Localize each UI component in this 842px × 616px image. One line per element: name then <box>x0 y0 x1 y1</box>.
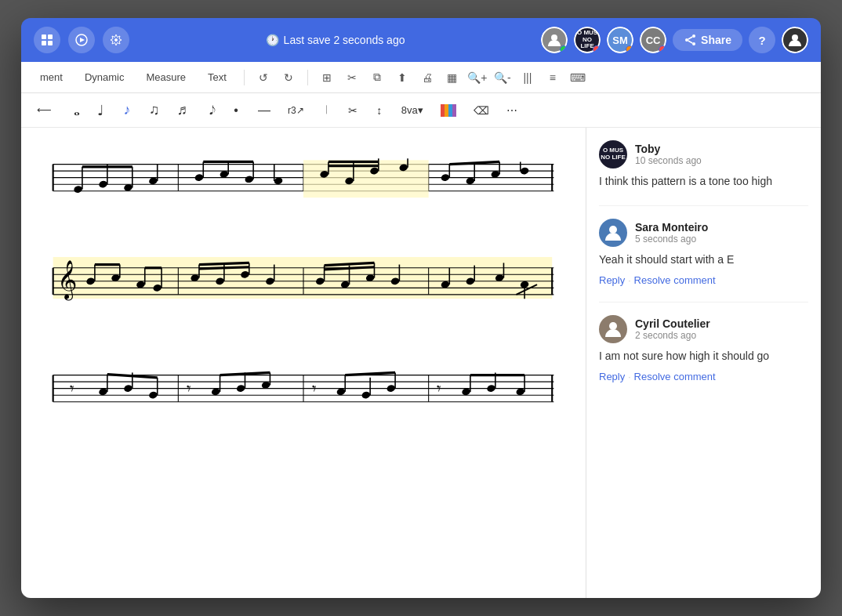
zoom-in-button[interactable]: 🔍+ <box>466 67 488 89</box>
svg-rect-14 <box>441 104 445 117</box>
comment-toby: O MUSNO LIFE Toby 10 seconds ago I think… <box>599 140 808 190</box>
divider-2 <box>599 302 808 303</box>
svg-rect-66 <box>53 257 553 299</box>
svg-rect-3 <box>48 41 53 45</box>
divider-1 <box>599 205 808 206</box>
logo-button[interactable] <box>34 27 60 53</box>
cyril-text: I am not sure how high it should go <box>599 348 808 364</box>
metronome-button[interactable]: ||| <box>517 67 539 89</box>
note-dash[interactable]: — <box>252 98 277 123</box>
tab-instrument[interactable]: ment <box>31 67 72 88</box>
keyboard-button[interactable]: ⌨ <box>567 67 589 89</box>
staff-row-1 <box>45 143 562 213</box>
clock-icon: 🕐 <box>266 34 279 46</box>
cyril-reply-button[interactable]: Reply <box>599 371 625 382</box>
note-duration-eighth[interactable]: ♪ <box>116 98 138 123</box>
tuplet-button[interactable]: r3↗ <box>281 98 310 123</box>
note-duration-quarter[interactable]: ♩ <box>89 98 111 123</box>
sara-meta: Sara Monteiro 5 seconds ago <box>635 221 708 245</box>
cyril-meta: Cyril Coutelier 2 seconds ago <box>635 317 710 341</box>
zoom-out-button[interactable]: 🔍- <box>492 67 514 89</box>
svg-point-138 <box>236 384 245 393</box>
cyril-name: Cyril Coutelier <box>635 317 710 330</box>
sara-time: 5 seconds ago <box>635 234 708 245</box>
sheet-area[interactable]: 𝄞 <box>21 128 586 598</box>
comments-panel: O MUSNO LIFE Toby 10 seconds ago I think… <box>586 128 821 598</box>
svg-line-97 <box>199 267 249 269</box>
staff-svg-2: 𝄞 <box>45 245 562 320</box>
settings-button[interactable] <box>103 27 129 53</box>
sara-comment-avatar <box>599 219 627 247</box>
mixer-button[interactable]: ≡ <box>542 67 564 89</box>
share-button[interactable]: Share <box>673 29 742 51</box>
svg-point-10 <box>692 42 695 45</box>
toby-text: I think this pattern is a tone too high <box>599 173 808 190</box>
note-dot[interactable]: • <box>225 98 247 123</box>
sara-badge <box>626 45 633 53</box>
svg-rect-0 <box>42 34 46 39</box>
cyril-resolve-button[interactable]: Resolve comment <box>634 371 716 382</box>
comment-sara-header: Sara Monteiro 5 seconds ago <box>599 219 808 247</box>
help-button[interactable]: ? <box>749 27 775 53</box>
save-status-text: Last save 2 seconds ago <box>284 34 405 46</box>
scissors-button[interactable]: ✂ <box>342 98 364 123</box>
toby-avatar[interactable]: O MUSNO LIFE <box>574 27 601 53</box>
cyril-comment-actions: Reply · Resolve comment <box>599 371 808 382</box>
toby-name: Toby <box>635 143 702 155</box>
sara-avatar[interactable]: SM <box>607 27 633 53</box>
transpose-button[interactable]: ↕ <box>368 98 390 123</box>
color-button[interactable] <box>434 98 463 123</box>
svg-point-30 <box>98 180 107 189</box>
barline-button[interactable]: 𝄀 <box>315 98 337 123</box>
cyril-badge <box>659 45 666 53</box>
staff-svg-3: 𝄾 𝄾 <box>45 354 562 421</box>
svg-point-63 <box>520 167 529 176</box>
staff-row-2: 𝄞 <box>45 245 562 323</box>
more-button[interactable]: ⋯ <box>500 98 524 123</box>
print-button[interactable]: 🖨 <box>416 67 438 89</box>
svg-rect-2 <box>42 41 46 45</box>
svg-point-154 <box>486 384 495 393</box>
current-user-avatar[interactable] <box>541 27 568 53</box>
note-duration-whole[interactable]: ⟵ <box>31 98 58 123</box>
sara-reply-button[interactable]: Reply <box>599 274 625 286</box>
toolbar-divider-1 <box>244 70 245 85</box>
comment-toby-header: O MUSNO LIFE Toby 10 seconds ago <box>599 140 808 168</box>
cyril-time: 2 seconds ago <box>635 330 710 341</box>
cut-button[interactable]: ✂ <box>341 67 363 89</box>
note-duration-breve[interactable]: 𝅝 <box>63 98 85 123</box>
undo-button[interactable]: ↺ <box>252 67 274 89</box>
tab-dynamic[interactable]: Dynamic <box>75 67 134 88</box>
note-duration-sixteenth[interactable]: ♫ <box>143 98 166 123</box>
tab-text[interactable]: Text <box>198 67 236 88</box>
svg-point-132 <box>148 391 158 400</box>
playback-button[interactable] <box>68 27 95 53</box>
toby-meta: Toby 10 seconds ago <box>635 143 702 166</box>
svg-point-159 <box>609 226 617 234</box>
tab-measure[interactable]: Measure <box>136 67 195 88</box>
svg-point-9 <box>692 34 695 38</box>
note-duration-64th[interactable]: 𝅘𝅥𝅮 <box>198 98 220 123</box>
note-duration-32nd[interactable]: ♬ <box>171 98 194 123</box>
toolbar-divider-2 <box>307 70 308 85</box>
upload-button[interactable]: ⬆ <box>391 67 413 89</box>
online-badge <box>560 45 568 53</box>
main-content: 𝄞 <box>21 128 821 598</box>
main-user-avatar[interactable] <box>782 27 808 53</box>
cyril-avatar[interactable]: CC <box>640 27 666 53</box>
sara-comment-actions: Reply · Resolve comment <box>599 274 808 286</box>
layout-button[interactable]: ▦ <box>441 67 463 89</box>
main-avatar-circle <box>782 27 808 53</box>
copy-button[interactable]: ⧉ <box>366 67 388 89</box>
add-measure-button[interactable]: ⊞ <box>316 67 338 89</box>
sara-resolve-button[interactable]: Resolve comment <box>634 274 716 286</box>
app-window: 🕐 Last save 2 seconds ago O MUSNO LIFE <box>21 18 821 598</box>
ottava-button[interactable]: 8va▾ <box>395 98 430 123</box>
delete-button[interactable]: ⌫ <box>467 98 495 123</box>
share-label: Share <box>701 34 731 46</box>
svg-line-96 <box>199 263 249 265</box>
redo-button[interactable]: ↻ <box>278 67 299 89</box>
note-toolbar: ⟵ 𝅝 ♩ ♪ ♫ ♬ 𝅘𝅥𝅮 • — r3↗ 𝄀 ✂ ↕ 8va▾ ⌫ ⋯ <box>21 93 821 128</box>
comment-cyril-header: Cyril Coutelier 2 seconds ago <box>599 315 808 343</box>
staff-row-3: 𝄾 𝄾 <box>45 354 562 424</box>
